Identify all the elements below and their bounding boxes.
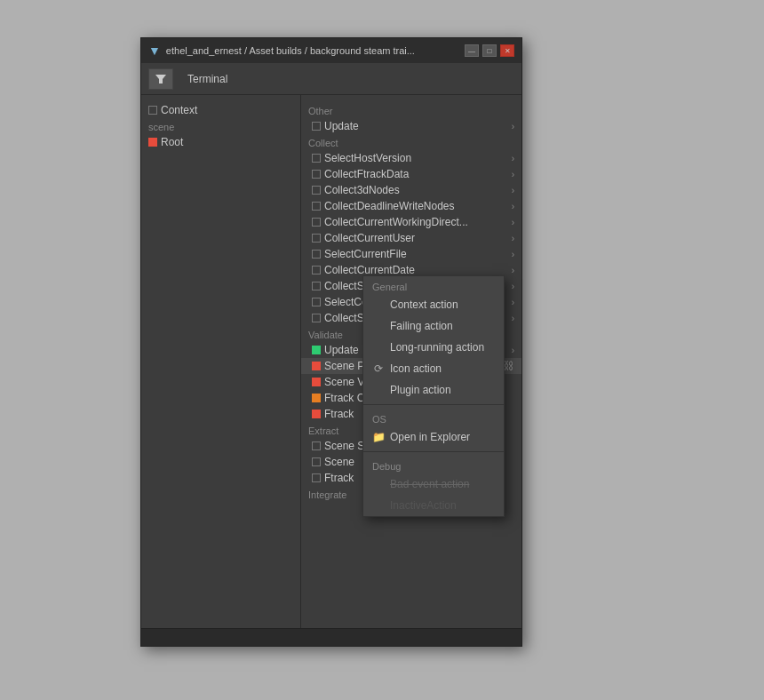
update-ftrack-status — [312, 346, 321, 354]
context-label: Context — [161, 104, 197, 116]
inactive-action-icon — [372, 499, 385, 512]
collect-cwd-item[interactable]: CollectCurrentWorkingDirect... › — [301, 214, 521, 230]
inactive-action-label: InactiveAction — [390, 499, 457, 512]
inactive-action-item: InactiveAction — [363, 495, 504, 516]
other-category: Other — [301, 102, 521, 118]
minimize-button[interactable]: — — [465, 44, 479, 57]
plugin-action-item[interactable]: Plugin action — [363, 379, 504, 401]
bad-event-action-label: Bad event action — [390, 478, 469, 490]
window-title: ethel_and_ernest / Asset builds / backgr… — [166, 45, 459, 56]
long-running-action-icon — [372, 341, 385, 354]
open-explorer-icon: 📁 — [372, 431, 385, 443]
context-checkbox[interactable] — [148, 106, 157, 115]
ctx-divider-2 — [363, 451, 504, 452]
general-section-label: General — [363, 276, 504, 294]
context-header: Context — [141, 102, 300, 118]
app-icon: ▼ — [148, 44, 161, 58]
ftrack-validate-status — [312, 410, 321, 418]
open-explorer-label: Open in Explorer — [390, 431, 470, 443]
context-action-label: Context action — [390, 298, 458, 311]
scene-path-status — [312, 362, 321, 370]
filter-icon — [155, 73, 167, 85]
title-bar: ▼ ethel_and_ernest / Asset builds / back… — [141, 38, 521, 63]
collect-deadline-item[interactable]: CollectDeadlineWriteNodes › — [301, 198, 521, 214]
failing-action-icon — [372, 320, 385, 332]
open-explorer-item[interactable]: 📁 Open in Explorer — [363, 426, 504, 448]
context-action-icon — [372, 298, 385, 311]
scene-label: scene — [141, 118, 300, 134]
select-host-item[interactable]: SelectHostVersion › — [301, 150, 521, 166]
icon-action-icon: ⟳ — [372, 362, 385, 375]
collect-user-item[interactable]: CollectCurrentUser › — [301, 230, 521, 246]
plugin-action-icon — [372, 384, 385, 396]
close-button[interactable]: ✕ — [500, 44, 514, 57]
collect-3d-item[interactable]: Collect3dNodes › — [301, 182, 521, 198]
select-file-item[interactable]: SelectCurrentFile › — [301, 246, 521, 262]
update-checkbox[interactable] — [312, 122, 321, 131]
root-label: Root — [161, 136, 183, 148]
update-arrow: › — [512, 122, 514, 131]
toolbar: Terminal — [141, 63, 521, 95]
long-running-action-label: Long-running action — [390, 341, 484, 354]
svg-marker-0 — [155, 75, 166, 84]
ftrack-components-status — [312, 394, 321, 402]
terminal-tab[interactable]: Terminal — [173, 68, 242, 90]
status-bar — [141, 628, 521, 646]
icon-action-label: Icon action — [390, 362, 442, 375]
bad-event-action-icon — [372, 478, 385, 490]
window-controls: — □ ✕ — [465, 44, 514, 57]
long-running-action-item[interactable]: Long-running action — [363, 337, 504, 358]
left-panel: Context scene Root — [141, 95, 301, 628]
collect-ftrack-item[interactable]: CollectFtrackData › — [301, 166, 521, 182]
icon-action-item[interactable]: ⟳ Icon action — [363, 358, 504, 379]
failing-action-item[interactable]: Failing action — [363, 315, 504, 337]
scene-version-status — [312, 378, 321, 386]
context-action-item[interactable]: Context action — [363, 294, 504, 315]
os-section-label: OS — [363, 409, 504, 426]
filter-button[interactable] — [148, 68, 173, 90]
root-item[interactable]: Root — [141, 134, 300, 150]
select-host-checkbox[interactable] — [312, 154, 321, 163]
collect-category: Collect — [301, 134, 521, 150]
bad-event-action-item: Bad event action — [363, 473, 504, 495]
plugin-action-label: Plugin action — [390, 384, 451, 396]
maximize-button[interactable]: □ — [482, 44, 497, 57]
context-menu: General Context action Failing action Lo… — [362, 275, 505, 517]
ctx-divider-1 — [363, 404, 504, 405]
link-action-icon[interactable]: ⛓ — [504, 360, 514, 372]
failing-action-label: Failing action — [390, 320, 453, 332]
root-status — [148, 138, 157, 147]
update-item[interactable]: Update › — [301, 118, 521, 134]
debug-section-label: Debug — [363, 456, 504, 473]
